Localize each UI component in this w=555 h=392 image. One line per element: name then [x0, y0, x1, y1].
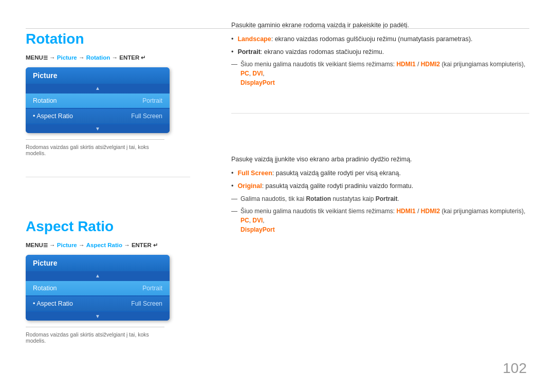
ar-picture-header: Picture	[26, 255, 170, 271]
rotation-aspect-value: Full Screen	[131, 113, 162, 120]
ar-note-dvi: DVI	[252, 217, 263, 224]
menu-prefix: MENU☰	[26, 54, 48, 61]
note-dvi: DVI	[252, 70, 263, 77]
rotation-landscape-text: Landscape: ekrano vaizdas rodomas gulšči…	[237, 34, 472, 44]
landscape-bold: Landscape	[237, 35, 271, 43]
note-portrait-bold: Portrait	[376, 195, 398, 202]
section-aspect-ratio: Aspect Ratio MENU☰ → Picture → Aspect Ra…	[26, 218, 206, 344]
original-bold: Original	[237, 182, 262, 190]
rotation-arrow-up: ▲	[26, 84, 170, 92]
ar-arrow-down: ▼	[26, 312, 170, 321]
rotation-portrait-text: Portrait: ekrano vaizdas rodomas stačiuo…	[237, 47, 384, 57]
ar-menu-enter: ENTER ↵	[132, 242, 158, 248]
ar-menu-step-ar: Aspect Ratio	[86, 242, 122, 248]
rotation-note: Šiuo meniu galima naudotis tik veikiant …	[231, 60, 529, 87]
aspect-ratio-menu-path: MENU☰ → Picture → Aspect Ratio → ENTER ↵	[26, 242, 206, 249]
ar-note-hdmi1: HDMI1	[396, 208, 415, 215]
ar-row-aspect: Aspect Ratio Full Screen	[26, 296, 170, 311]
rotation-footnote: Rodomas vaizdas gali skirtis atsižvelgia…	[26, 139, 164, 156]
page-number: 102	[503, 360, 527, 377]
ar-description: Pasukę vaizdą įjunkite viso ekrano arba …	[231, 155, 529, 164]
ar-bullet-original: Original: pasuktą vaizdą galite rodyti p…	[231, 181, 529, 191]
rotation-aspect-label: Aspect Ratio	[33, 113, 73, 120]
note-hdmi1: HDMI1	[396, 61, 415, 68]
fullscreen-bold: Full Screen	[237, 170, 272, 177]
ar-original-text: Original: pasuktą vaizdą galite rodyti p…	[237, 181, 413, 191]
ar-bullet-fullscreen: Full Screen: pasuktą vaizdą galite rodyt…	[231, 169, 529, 178]
ar-arrow-up: ▲	[26, 271, 170, 280]
ar-footnote: Rodomas vaizdas gali skirtis atsižvelgia…	[26, 327, 164, 344]
rotation-row-aspect: Aspect Ratio Full Screen	[26, 109, 170, 123]
ar-menu-prefix: MENU☰	[26, 242, 48, 248]
ar-aspect-value: Full Screen	[131, 300, 162, 307]
rotation-bullet-portrait: Portrait: ekrano vaizdas rodomas stačiuo…	[231, 47, 529, 57]
rotation-footnote-text: Rodomas vaizdas gali skirtis atsižvelgia…	[26, 144, 149, 156]
ar-note-pc: PC	[240, 217, 249, 224]
rotation-bullet-landscape: Landscape: ekrano vaizdas rodomas gulšči…	[231, 34, 529, 44]
ar-rotation-label: Rotation	[33, 285, 57, 292]
rotation-row-value: Portrait	[142, 97, 162, 104]
note-displayport: DisplayPort	[240, 79, 275, 86]
ar-rotation-value: Portrait	[142, 285, 162, 292]
ar-footnote-text: Rodomas vaizdas gali skirtis atsižvelgia…	[26, 331, 149, 344]
rotation-arrow-down: ▼	[26, 124, 170, 133]
rotation-picture-box: Picture ▲ Rotation Portrait Aspect Ratio…	[26, 67, 170, 133]
rotation-row-rotation: Rotation Portrait	[26, 94, 170, 108]
rotation-title: Rotation	[26, 31, 206, 47]
note-pc: PC	[240, 70, 249, 77]
ar-note-2: Šiuo meniu galima naudotis tik veikiant …	[231, 207, 529, 234]
aspect-ratio-picture-box: Picture ▲ Rotation Portrait Aspect Ratio…	[26, 255, 170, 321]
ar-note-displayport: DisplayPort	[240, 226, 275, 233]
section-separator	[26, 188, 206, 208]
portrait-bold: Portrait	[237, 48, 260, 55]
menu-step-rotation: Rotation	[86, 54, 110, 61]
rotation-picture-header: Picture	[26, 67, 170, 84]
ar-row-rotation: Rotation Portrait	[26, 281, 170, 295]
menu-enter: ENTER ↵	[119, 54, 145, 61]
left-column: Rotation MENU☰ → Picture → Rotation → EN…	[26, 21, 221, 371]
rotation-right-section: Pasukite gaminio ekrane rodomą vaizdą ir…	[231, 21, 529, 87]
ar-note-hdmi2: HDMI2	[421, 208, 440, 215]
ar-aspect-label: Aspect Ratio	[33, 300, 73, 307]
section-rotation: Rotation MENU☰ → Picture → Rotation → EN…	[26, 31, 206, 156]
ar-note1-text: Galima naudotis, tik kai Rotation nustat…	[240, 194, 399, 203]
top-divider	[26, 28, 529, 29]
rotation-row-label: Rotation	[33, 97, 57, 104]
page-container: Rotation MENU☰ → Picture → Rotation → EN…	[0, 0, 555, 392]
ar-note2-text: Šiuo meniu galima naudotis tik veikiant …	[240, 207, 529, 234]
menu-step-picture: Picture	[57, 54, 77, 61]
ar-note-1: Galima naudotis, tik kai Rotation nustat…	[231, 194, 529, 203]
left-mid-divider	[26, 177, 190, 177]
ar-right-section: Pasukę vaizdą įjunkite viso ekrano arba …	[231, 155, 529, 234]
mid-divider	[231, 113, 529, 114]
aspect-ratio-title: Aspect Ratio	[26, 218, 206, 235]
rotation-menu-path: MENU☰ → Picture → Rotation → ENTER ↵	[26, 54, 206, 61]
note-rotation-bold: Rotation	[306, 195, 331, 202]
ar-fullscreen-text: Full Screen: pasuktą vaizdą galite rodyt…	[237, 169, 401, 178]
rotation-note-text: Šiuo meniu galima naudotis tik veikiant …	[240, 60, 529, 87]
right-column: Pasukite gaminio ekrane rodomą vaizdą ir…	[221, 21, 529, 371]
note-hdmi2: HDMI2	[421, 61, 440, 68]
ar-menu-step-picture: Picture	[57, 242, 77, 248]
